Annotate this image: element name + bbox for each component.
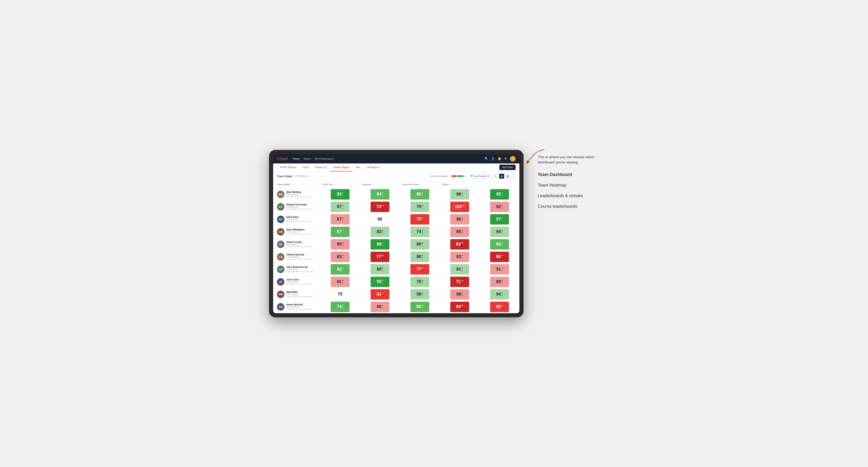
trend-down-icon xyxy=(382,294,383,297)
add-team-button[interactable]: Add Team xyxy=(499,165,516,170)
nav-teams[interactable]: Teams xyxy=(304,157,311,160)
stat-box: 77 3 xyxy=(410,264,429,275)
table-row[interactable]: DB Dave Billingham 1-5 Handicap Gog Mago… xyxy=(273,226,519,238)
player-cell[interactable]: EE Elliot Ebert 1-5 Handicap Sunningdale… xyxy=(273,214,320,224)
stat-cell: 89 7 xyxy=(360,238,400,250)
page-wrapper: clippd Home Teams My Performance 🔍 👤 🔔 ⚙… xyxy=(269,150,599,317)
stat-cell: 80 3 xyxy=(400,238,440,250)
tab-all-players[interactable]: All Players xyxy=(364,163,383,172)
stat-value: 94 xyxy=(496,292,501,297)
nav-my-performance[interactable]: My Performance xyxy=(315,157,334,160)
heatmap-view-button[interactable]: ▦ xyxy=(499,174,504,179)
player-cell[interactable]: CR Chris Robertson✓ 1-5 Handicap Craigmi… xyxy=(273,264,320,275)
sub-nav-tabs: PGAT Players PGA Hcaps 1-5 Team Clippd T… xyxy=(277,163,383,172)
col-putting: Putting — xyxy=(440,182,479,187)
tab-tour[interactable]: Tour xyxy=(352,163,364,172)
table-row[interactable]: JC Josh Coles 1-5 Handicap Royal North D… xyxy=(273,276,519,288)
player-cell[interactable]: MM Matt Miller 6-10 Handicap Woburn Golf… xyxy=(273,289,320,300)
stat-number: 11 xyxy=(461,280,463,282)
player-cell[interactable]: BM Blair McHarg Plus Handicap Royal Nort… xyxy=(273,189,320,199)
tab-team-clippd[interactable]: Team Clippd xyxy=(330,163,352,172)
stat-value: 60 xyxy=(377,304,381,309)
settings-icon[interactable]: ⚙ xyxy=(504,157,507,160)
stat-box: 82 3 xyxy=(331,264,349,275)
tab-pga[interactable]: PGA xyxy=(300,163,312,172)
stat-change: 1 xyxy=(422,254,423,259)
stat-box: 82 4 xyxy=(371,227,390,237)
table-row[interactable]: EC Edward Crossman 1-5 Handicap Sunningd… xyxy=(273,201,519,213)
player-info: Josh Coles 1-5 Handicap Royal North Devo… xyxy=(286,278,315,285)
player-club: Sunningdale Golf Club, United Kingdom xyxy=(286,208,315,210)
stat-cell: 58 4 xyxy=(400,288,440,301)
edit-icon[interactable]: ✏ xyxy=(309,175,310,177)
stat-value: 58 xyxy=(416,292,421,297)
bell-icon[interactable]: 🔔 xyxy=(498,157,501,160)
menu-course-leaderboards[interactable]: Course leaderboards xyxy=(538,204,599,209)
menu-team-heatmap[interactable]: Team Heatmap xyxy=(538,183,599,188)
table-row[interactable]: DF David Ford✓ Plus Handicap Royal North… xyxy=(273,238,519,251)
stat-value: 87 xyxy=(337,217,342,222)
stat-cell: 82 3 xyxy=(320,263,360,276)
stat-box: 89 2 xyxy=(490,277,509,287)
stat-box: 81 4 xyxy=(450,264,469,275)
verified-badge: ✓ xyxy=(302,253,304,256)
stat-change: 3 xyxy=(501,267,503,272)
person-view-button[interactable]: 👤 xyxy=(505,174,510,179)
stat-cell: 85 3 xyxy=(320,238,360,250)
table-row[interactable]: CR Chris Robertson✓ 1-5 Handicap Craigmi… xyxy=(273,263,519,276)
player-cell[interactable]: AN Aaron Nicholls 11-15 Handicap Drift G… xyxy=(273,302,320,312)
grid-view-button[interactable]: ⊞ xyxy=(493,174,499,179)
stat-number: 1 xyxy=(342,205,343,207)
player-cell[interactable]: DF David Ford✓ Plus Handicap Royal North… xyxy=(273,239,320,250)
calendar-icon: 📅 xyxy=(470,175,473,177)
trend-up-icon xyxy=(422,307,423,309)
stat-number: 8 xyxy=(501,254,502,257)
last-rounds-button[interactable]: 📅 Last Rounds: 20 xyxy=(468,174,492,179)
player-info: Blair McHarg Plus Handicap Royal North D… xyxy=(286,191,315,198)
stat-box: 81 3 xyxy=(331,277,349,287)
menu-team-dashboard[interactable]: Team Dashboard xyxy=(538,172,599,177)
search-icon[interactable]: 🔍 xyxy=(485,157,488,160)
stat-value: 75 xyxy=(338,292,342,297)
trend-down-icon xyxy=(501,307,503,309)
player-cell[interactable]: DB Dave Billingham 1-5 Handicap Gog Mago… xyxy=(273,227,320,237)
table-row[interactable]: BM Blair McHarg Plus Handicap Royal Nort… xyxy=(273,188,519,201)
player-cell[interactable]: CQ Charlie Quick✓ 6-10 Handicap St. Geor… xyxy=(273,252,320,262)
stat-cell: 95 9 xyxy=(479,188,519,200)
player-handicap: 1-5 Handicap xyxy=(286,206,315,208)
stat-change: 6 xyxy=(382,192,383,196)
stat-number: 9 xyxy=(422,205,423,207)
stat-change: 3 xyxy=(501,292,503,297)
stat-cell: 94 1 xyxy=(479,226,519,238)
team-header-controls: 20 Round Change -5 +5 📅 Last Rounds: 20 … xyxy=(430,174,516,179)
player-info: Charlie Quick✓ 6-10 Handicap St. George'… xyxy=(286,253,315,260)
player-cell[interactable]: JC Josh Coles 1-5 Handicap Royal North D… xyxy=(273,277,320,287)
stat-value: 88 xyxy=(456,292,461,297)
menu-leaderboards[interactable]: Leaderboards & streaks xyxy=(538,193,599,198)
stat-change: 8 xyxy=(501,254,503,259)
app-logo: clippd xyxy=(277,157,288,161)
nav-home[interactable]: Home xyxy=(293,157,300,160)
tab-pgat-players[interactable]: PGAT Players xyxy=(277,163,300,172)
tab-hcaps[interactable]: Hcaps 1-5 xyxy=(312,163,330,172)
team-name: Team Clippd xyxy=(277,175,292,178)
table-row[interactable]: EE Elliot Ebert 1-5 Handicap Sunningdale… xyxy=(273,213,519,226)
table-row[interactable]: MM Matt Miller 6-10 Handicap Woburn Golf… xyxy=(273,288,519,301)
trend-up-icon xyxy=(422,282,423,284)
table-row[interactable]: AN Aaron Nicholls 11-15 Handicap Drift G… xyxy=(273,301,519,313)
user-icon[interactable]: 👤 xyxy=(491,157,495,160)
bar-plus-label: +5 xyxy=(464,175,466,177)
user-avatar[interactable]: U xyxy=(510,156,516,161)
stat-box: 91 3 xyxy=(490,264,509,275)
bar-green xyxy=(457,175,464,177)
trend-up-icon xyxy=(382,244,383,247)
stat-box: 58 10 xyxy=(410,302,429,312)
trend-up-icon xyxy=(382,282,383,284)
stat-cell: 74 1 xyxy=(400,226,440,238)
stat-number: 4 xyxy=(422,292,423,294)
download-button[interactable]: ↓ xyxy=(510,174,516,179)
trend-up-icon xyxy=(382,232,383,234)
player-cell[interactable]: EC Edward Crossman 1-5 Handicap Sunningd… xyxy=(273,201,320,212)
table-row[interactable]: CQ Charlie Quick✓ 6-10 Handicap St. Geor… xyxy=(273,251,519,263)
stat-box: 88 2 xyxy=(450,289,469,300)
